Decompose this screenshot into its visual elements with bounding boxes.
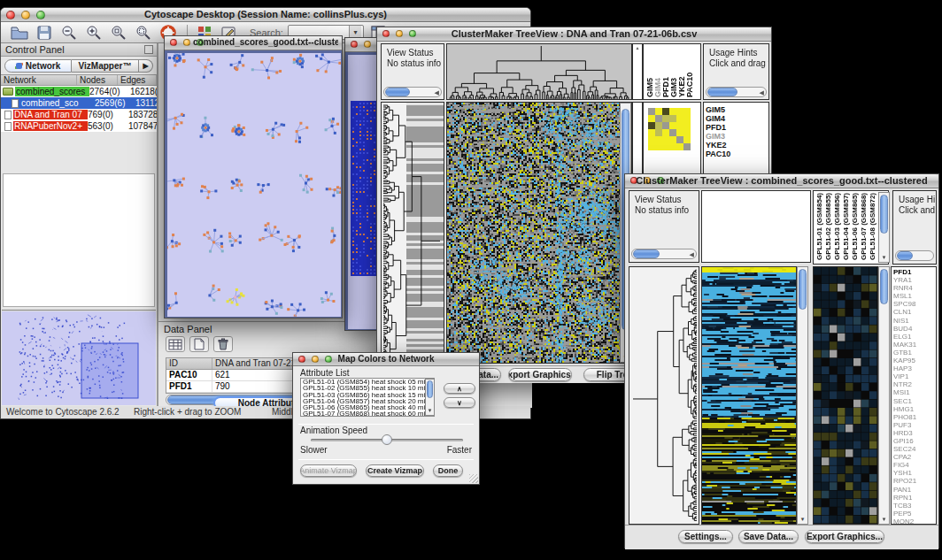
gene-label[interactable]: GPI16: [893, 437, 934, 445]
dialog-button[interactable]: Create Vizmap: [366, 464, 424, 477]
animation-speed-slider[interactable]: [311, 439, 463, 441]
gene-label[interactable]: RPN1: [893, 494, 934, 502]
gene-label[interactable]: YKE2: [706, 141, 767, 150]
scroll-arrows-icon[interactable]: ◀: [435, 88, 439, 97]
gene-label[interactable]: PEP5: [893, 510, 934, 518]
summary-heatmap[interactable]: [648, 108, 691, 150]
gene-label[interactable]: SEC1: [893, 397, 934, 405]
zoom-in-icon[interactable]: [84, 24, 104, 41]
network-graph-canvas[interactable]: [167, 53, 341, 317]
attribute-item[interactable]: GPL51-07 (GSM868) heat shock 60 min: [301, 410, 434, 417]
gene-label[interactable]: YSH1: [893, 469, 934, 477]
tv1-status-hscrollbar[interactable]: ◀: [383, 87, 442, 97]
zoom-selected-icon[interactable]: [109, 24, 128, 41]
delete-attribute-icon[interactable]: [213, 336, 233, 352]
tv1-hints-hscrollbar[interactable]: ◀: [706, 87, 767, 97]
open-session-icon[interactable]: [10, 24, 29, 41]
gene-label[interactable]: RNR4: [893, 284, 934, 292]
tab-vizmapper[interactable]: VizMapper™: [72, 59, 139, 73]
scroll-arrows-icon[interactable]: ▾: [798, 516, 807, 523]
treeview-button[interactable]: Settings...: [678, 530, 733, 543]
gene-label[interactable]: PFD1: [893, 268, 934, 276]
tv2-zoom-heatmap[interactable]: [813, 266, 878, 525]
select-attributes-icon[interactable]: [166, 336, 185, 352]
network-view[interactable]: [165, 50, 342, 318]
gene-label[interactable]: SPC98: [893, 300, 934, 308]
gene-label[interactable]: RPO21: [893, 477, 934, 485]
scroll-thumb[interactable]: [707, 88, 737, 96]
attribute-list-vscrollbar[interactable]: ▾: [425, 379, 435, 416]
treeview-button[interactable]: Save Data...: [738, 530, 799, 543]
gene-label[interactable]: MAK31: [893, 341, 934, 349]
network-table-header[interactable]: Network Nodes Edges: [1, 74, 157, 86]
treeview-button[interactable]: Export Graphics...: [508, 368, 572, 381]
scroll-arrows-icon[interactable]: ◀: [760, 88, 764, 97]
scroll-thumb[interactable]: [880, 269, 888, 304]
tv2-titlebar[interactable]: ClusterMaker TreeView : combined_scores_…: [625, 174, 938, 188]
network-tree-row[interactable]: combined_scores2764(0)16218(0): [1, 86, 157, 97]
scroll-thumb[interactable]: [799, 269, 807, 310]
gene-label[interactable]: MSL1: [893, 292, 934, 300]
network-overview-canvas[interactable]: [2, 311, 156, 405]
dialog-button[interactable]: Animate Vizmap: [300, 464, 357, 477]
gene-label[interactable]: PAN1: [893, 486, 934, 494]
move-attribute-down-button[interactable]: ∨: [444, 397, 475, 408]
scroll-thumb[interactable]: [427, 380, 433, 398]
gene-label[interactable]: FIG4: [893, 461, 934, 469]
scroll-thumb[interactable]: [880, 195, 888, 234]
gene-label[interactable]: PUF3: [893, 421, 934, 429]
scroll-arrows-icon[interactable]: ▾: [426, 407, 434, 414]
zoom-fit-icon[interactable]: [134, 24, 153, 41]
gene-label[interactable]: HMG1: [893, 405, 934, 413]
float-panel-icon[interactable]: [144, 45, 153, 54]
gene-label[interactable]: YRA1: [893, 276, 934, 284]
gene-label[interactable]: HAP3: [893, 364, 934, 372]
network-tree-row[interactable]: RNAPuberNov2+563(0)107847(0): [1, 120, 157, 132]
create-attribute-icon[interactable]: [189, 336, 209, 352]
tv2-status-hscrollbar[interactable]: ◀: [631, 249, 697, 259]
tv2-zoom-vscrollbar[interactable]: ▾: [878, 266, 890, 525]
minimize-button[interactable]: [364, 41, 371, 48]
gene-label[interactable]: NIS1: [893, 317, 934, 325]
network-tree-row[interactable]: combined_sco2569(6)13112(15): [1, 97, 157, 109]
tv1-titlebar[interactable]: ClusterMaker TreeView : DNA and Tran 07-…: [377, 27, 771, 42]
save-session-icon[interactable]: [35, 24, 54, 41]
close-button[interactable]: [170, 39, 177, 46]
tv2-hints-hscrollbar[interactable]: [895, 250, 934, 261]
scroll-thumb[interactable]: [633, 249, 660, 258]
gene-label[interactable]: PAC10: [706, 150, 767, 158]
dialog-button[interactable]: Done: [433, 464, 463, 477]
tv1-global-view[interactable]: [381, 102, 444, 364]
gene-label[interactable]: NTR2: [893, 380, 934, 388]
gene-label[interactable]: CPA2: [893, 453, 934, 461]
scroll-thumb[interactable]: [385, 88, 410, 96]
gene-label[interactable]: CLN1: [893, 308, 934, 316]
tv1-column-dendrogram[interactable]: [446, 43, 632, 100]
slider-thumb[interactable]: [382, 434, 392, 445]
tv1-main-heatmap[interactable]: ▾: [446, 102, 632, 364]
scroll-arrows-icon[interactable]: ▾: [879, 254, 889, 261]
gene-label[interactable]: SEC24: [893, 445, 934, 453]
gene-label[interactable]: KAP95: [893, 357, 934, 364]
treeview-button[interactable]: Export Graphics...: [805, 530, 884, 543]
gene-label[interactable]: GTB1: [893, 349, 934, 357]
minimize-button[interactable]: [183, 39, 190, 46]
zoom-out-icon[interactable]: [59, 24, 79, 41]
tv1-dendro-scroll-gutter[interactable]: ▴: [632, 43, 643, 100]
gene-label[interactable]: HRD3: [893, 429, 934, 437]
network-overview-panel[interactable]: [2, 310, 156, 405]
gene-label[interactable]: ELG1: [893, 333, 934, 341]
gene-label[interactable]: PHO81: [893, 413, 934, 421]
tv2-collabel-vscrollbar[interactable]: ▾: [878, 192, 890, 263]
gene-label[interactable]: MON2: [893, 518, 934, 525]
scroll-arrows-icon[interactable]: ◀: [690, 249, 694, 259]
gene-label[interactable]: GIM4: [706, 114, 767, 123]
scroll-arrows-icon[interactable]: ▾: [879, 516, 889, 523]
gene-label[interactable]: TCB3: [893, 502, 934, 510]
main-titlebar[interactable]: Cytoscape Desktop (Session Name: collins…: [1, 8, 530, 22]
scroll-thumb[interactable]: [897, 251, 913, 260]
tv2-heatmap-vscrollbar[interactable]: ▾: [797, 266, 808, 525]
gene-label[interactable]: VIP1: [893, 372, 934, 380]
gene-label[interactable]: GIM5: [706, 105, 767, 114]
gene-label[interactable]: PFD1: [706, 123, 767, 132]
